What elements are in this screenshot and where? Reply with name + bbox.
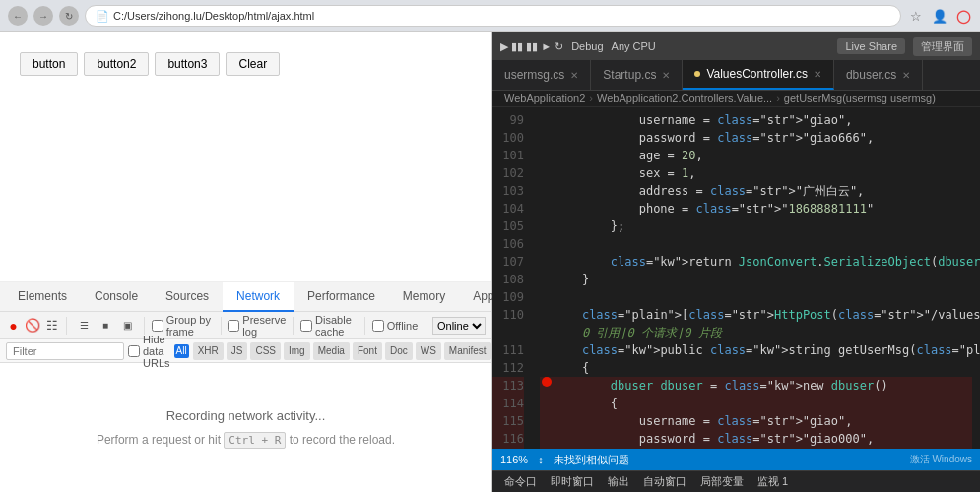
editor-file-tabs: usermsg.cs ✕ Startup.cs ✕ ValuesControll… [492,60,980,91]
manage-button[interactable]: 管理界面 [913,37,972,56]
debug-icons: ▶ ▮▮ ▮▮ ► ↻ [500,40,563,53]
separator-6 [425,317,425,335]
button2[interactable]: button2 [84,52,149,76]
bottom-tab-output[interactable]: 输出 [604,474,633,489]
bottom-tab-locals[interactable]: 局部变量 [696,474,748,489]
tab-dbuser-label: dbuser.cs [846,68,896,82]
devtools-tab-bar: Elements Console Sources Network Perform… [0,282,491,312]
separator-5 [364,317,365,335]
breadcrumb: WebApplication2 › WebApplication2.Contro… [492,91,980,107]
editor-topbar: ▶ ▮▮ ▮▮ ► ↻ Debug Any CPU Live Share 管理界… [492,32,980,60]
tab-values-controller[interactable]: ValuesController.cs ✕ [683,60,834,90]
media-filter-tag[interactable]: Media [313,342,350,360]
cpu-label: Any CPU [612,40,656,52]
keyboard-shortcut: Ctrl + R [224,432,286,449]
screenshot-icon[interactable]: ▣ [117,316,137,336]
record-button[interactable]: ● [6,315,21,337]
img-filter-tag[interactable]: Img [284,342,310,360]
css-filter-tag[interactable]: CSS [250,342,281,360]
tab-startup[interactable]: Startup.cs ✕ [591,60,683,90]
tab-sources[interactable]: Sources [152,282,223,312]
js-filter-tag[interactable]: JS [227,342,248,360]
menu-icon[interactable]: ◯ [954,7,972,25]
separator-3 [221,317,222,335]
filter-toggle-button[interactable]: ☷ [44,315,59,337]
tab-modified-dot [694,71,700,77]
profile-icon[interactable]: 👤 [931,7,948,25]
button3[interactable]: button3 [155,52,220,76]
group-by-frame-checkbox[interactable] [152,320,163,332]
button1[interactable]: button [20,52,78,76]
network-toolbar: ● 🚫 ☷ ☰ ■ ▣ Group by frame Pr [0,312,491,339]
tab-values-controller-close[interactable]: ✕ [814,69,821,80]
tab-usermsg-label: usermsg.cs [504,68,564,82]
url-scheme-icon: 📄 [96,10,109,23]
throttle-select[interactable]: Online [432,317,486,335]
editor-bottom-tabs: 命令口 即时窗口 输出 自动窗口 局部变量 监视 1 [492,470,980,492]
recording-text: Recording network activity... [166,408,326,423]
statusbar-right: 激活 Windows [910,453,972,466]
filter-bar: Hide data URLs All XHR JS CSS Img Media … [0,339,491,363]
activate-windows: 激活 Windows [910,453,972,466]
code-area: username = class="str">"giao", password … [532,107,980,449]
preserve-log-checkbox[interactable] [228,320,239,332]
forward-button[interactable]: → [33,6,53,26]
line-numbers: 9910010110210310410510610710810911011111… [492,107,532,449]
tab-dbuser-close[interactable]: ✕ [902,70,910,81]
breadcrumb-part-2[interactable]: WebApplication2.Controllers.Value... [597,92,772,104]
bottom-tab-watch[interactable]: 监视 1 [753,474,792,489]
offline-label[interactable]: Offline [372,320,419,332]
bookmark-icon[interactable]: ☆ [907,7,925,25]
disable-cache-checkbox[interactable] [300,320,312,332]
bottom-tab-command[interactable]: 命令口 [500,474,541,489]
tab-memory[interactable]: Memory [389,282,459,312]
tab-usermsg[interactable]: usermsg.cs ✕ [492,60,591,90]
status-arrows: ↕ [538,454,544,465]
bottom-tab-immediate[interactable]: 即时窗口 [547,474,598,489]
doc-filter-tag[interactable]: Doc [385,342,413,360]
disable-cache-label[interactable]: Disable cache [300,314,358,338]
back-button[interactable]: ← [8,6,28,26]
preserve-log-label[interactable]: Preserve log [228,314,286,338]
xhr-filter-tag[interactable]: XHR [193,342,224,360]
live-share-button[interactable]: Live Share [837,38,905,54]
ws-filter-tag[interactable]: WS [416,342,441,360]
issue-text: 未找到相似问题 [554,453,629,467]
large-view-icon[interactable]: ■ [96,316,115,336]
filter-tags: XHR JS CSS Img Media Font Doc WS Manifes… [193,342,529,360]
tab-startup-close[interactable]: ✕ [662,70,670,81]
network-empty-state: Recording network activity... Perform a … [0,363,491,492]
url-bar[interactable]: 📄 C:/Users/zihong.lu/Desktop/html/ajax.h… [85,5,901,27]
breadcrumb-part-3[interactable]: getUserMsg(usermsg usermsg) [784,92,936,104]
separator-2 [144,317,145,335]
breadcrumb-part-1[interactable]: WebApplication2 [504,92,585,104]
tab-usermsg-close[interactable]: ✕ [570,70,578,81]
list-view-icon[interactable]: ☰ [74,316,94,336]
tab-dbuser[interactable]: dbuser.cs ✕ [834,60,923,90]
tab-startup-label: Startup.cs [603,68,656,82]
tab-network[interactable]: Network [223,282,294,312]
clear-button[interactable]: Clear [226,52,280,76]
tab-values-controller-label: ValuesController.cs [706,67,808,81]
filter-input[interactable] [6,342,124,360]
hide-data-urls-checkbox[interactable] [128,345,140,357]
manifest-filter-tag[interactable]: Manifest [444,342,491,360]
tab-performance[interactable]: Performance [294,282,389,312]
clear-log-button[interactable]: 🚫 [25,315,40,337]
font-filter-tag[interactable]: Font [353,342,382,360]
url-text: C:/Users/zihong.lu/Desktop/html/ajax.htm… [113,10,314,22]
offline-checkbox[interactable] [372,320,384,332]
editor-statusbar: 116% ↕ 未找到相似问题 激活 Windows [492,449,980,470]
separator-4 [293,317,294,335]
all-filter-tag[interactable]: All [174,344,189,358]
separator-1 [66,317,67,335]
tab-elements[interactable]: Elements [4,282,81,312]
recording-hint: Perform a request or hit Ctrl + R to rec… [97,433,395,447]
reload-button[interactable]: ↻ [59,6,79,26]
bottom-tab-auto[interactable]: 自动窗口 [639,474,690,489]
zoom-level: 116% [500,454,528,465]
tab-console[interactable]: Console [81,282,152,312]
debug-label: Debug [571,40,603,52]
